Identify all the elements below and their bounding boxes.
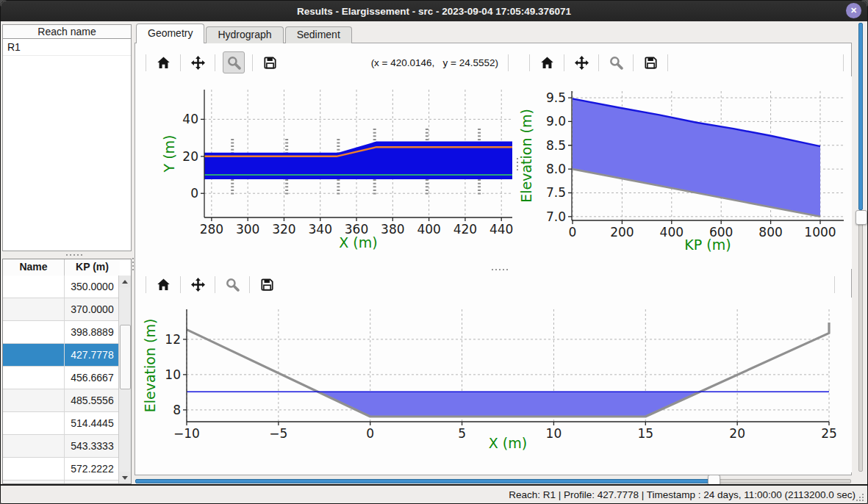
svg-text:40: 40: [182, 112, 198, 126]
kp-cell[interactable]: 398.8889: [65, 321, 120, 343]
close-button[interactable]: ✕: [846, 3, 861, 18]
svg-text:340: 340: [309, 222, 332, 237]
plan-view-plot[interactable]: 28030032034036038040042044002040X (m)Y (…: [136, 76, 516, 269]
kp-cell[interactable]: 572.2222: [65, 458, 120, 480]
svg-text:−10: −10: [173, 426, 200, 441]
tab-bar: GeometryHydrographSediment: [136, 24, 354, 43]
sidebar-splitter-handle[interactable]: [2, 252, 132, 258]
profile-row[interactable]: 572.2222: [3, 458, 120, 480]
name-cell[interactable]: [3, 412, 65, 434]
kp-cell[interactable]: 543.3333: [65, 435, 120, 457]
name-cell[interactable]: [3, 321, 65, 343]
save-button[interactable]: [257, 275, 276, 294]
name-cell[interactable]: [3, 276, 65, 298]
window-title: Results - Elargissement - src - 2023-09-…: [297, 6, 571, 17]
profile-row[interactable]: 485.5556: [3, 389, 120, 412]
size-grip[interactable]: [856, 493, 864, 502]
svg-text:KP (m): KP (m): [684, 237, 731, 253]
svg-text:0: 0: [190, 186, 198, 201]
profile-row[interactable]: 514.4445: [3, 412, 120, 435]
kp-cell[interactable]: 427.7778: [65, 344, 120, 366]
tab-hydrograph[interactable]: Hydrograph: [206, 26, 283, 43]
save-icon: [260, 278, 274, 292]
reach-item[interactable]: R1: [3, 39, 131, 56]
toolbar-separator: [633, 54, 634, 71]
scrollbar-thumb[interactable]: [120, 325, 131, 389]
kp-cell[interactable]: 350.0000: [65, 276, 120, 298]
scroll-up-button[interactable]: [119, 276, 130, 287]
vertical-slider-handle[interactable]: [856, 210, 867, 225]
svg-text:Y (m): Y (m): [161, 135, 177, 173]
svg-text:Elevation (m): Elevation (m): [142, 319, 158, 413]
longitudinal-profile-plot[interactable]: 020040060080010007.07.58.08.59.09.5KP (m…: [520, 76, 852, 269]
name-cell[interactable]: [3, 344, 65, 366]
scroll-down-button[interactable]: [119, 472, 130, 483]
profile-row[interactable]: 350.0000: [3, 276, 120, 298]
cursor-coordinates: (x = 420.0146, y = 24.5552): [371, 57, 503, 68]
toolbar-separator: [843, 54, 844, 71]
svg-text:420: 420: [453, 222, 477, 237]
name-cell[interactable]: [3, 367, 65, 389]
svg-text:280: 280: [200, 222, 223, 237]
magnifier-icon: [227, 56, 241, 70]
svg-text:1000: 1000: [804, 225, 836, 240]
svg-text:Elevation (m): Elevation (m): [520, 109, 534, 203]
profile-row[interactable]: 427.7778: [3, 344, 120, 367]
svg-text:20: 20: [729, 426, 745, 441]
toolbar-separator: [667, 54, 668, 71]
profile-table: Name KP (m) 350.0000370.0000398.8889427.…: [2, 259, 132, 484]
toolbar-separator: [508, 54, 509, 71]
save-button[interactable]: [260, 53, 279, 72]
profile-row[interactable]: 456.6667: [3, 367, 120, 389]
zoom-button[interactable]: [223, 275, 242, 294]
tab-geometry[interactable]: Geometry: [136, 24, 204, 43]
toolbar-separator: [598, 54, 599, 71]
tab-sediment[interactable]: Sediment: [285, 26, 352, 43]
titlebar[interactable]: Results - Elargissement - src - 2023-09-…: [1, 1, 867, 21]
save-button[interactable]: [641, 53, 660, 72]
profile-row[interactable]: 543.3333: [3, 435, 120, 458]
time-slider-filled-track[interactable]: [135, 479, 709, 483]
kp-cell[interactable]: 485.5556: [65, 389, 120, 411]
zoom-button[interactable]: [223, 51, 245, 73]
reach-name-header: Reach name: [2, 24, 132, 39]
svg-text:7.5: 7.5: [546, 185, 566, 200]
table-scrollbar[interactable]: [118, 276, 131, 483]
name-cell[interactable]: [3, 458, 65, 480]
home-button[interactable]: [154, 53, 173, 72]
rows-splitter-handle[interactable]: [480, 267, 505, 271]
reach-list[interactable]: R1: [2, 38, 132, 251]
pan-button[interactable]: [188, 53, 207, 72]
pan-icon: [575, 56, 589, 70]
zoom-button[interactable]: [606, 53, 625, 72]
name-cell[interactable]: [3, 389, 65, 411]
svg-text:25: 25: [821, 426, 837, 441]
vertical-slider-empty-track[interactable]: [858, 223, 863, 472]
name-cell[interactable]: [3, 435, 65, 457]
column-header-name[interactable]: Name: [3, 259, 65, 276]
svg-text:400: 400: [660, 225, 684, 240]
kp-cell[interactable]: 370.0000: [65, 298, 120, 320]
column-header-kp[interactable]: KP (m): [65, 259, 120, 276]
home-button[interactable]: [154, 275, 173, 294]
vertical-slider-filled-track[interactable]: [858, 23, 863, 210]
arrow-down-icon: [122, 476, 128, 480]
pan-button[interactable]: [188, 275, 207, 294]
profile-row[interactable]: 398.8889: [3, 321, 120, 344]
vertical-slider[interactable]: [855, 23, 867, 473]
svg-text:440: 440: [489, 222, 513, 237]
close-icon: ✕: [850, 7, 857, 15]
kp-cell[interactable]: 514.4445: [65, 412, 120, 434]
toolbar-separator: [180, 276, 181, 293]
svg-text:300: 300: [236, 222, 259, 237]
cross-section-plot[interactable]: −10−5051015202581012X (m)Elevation (m): [136, 298, 852, 472]
home-button[interactable]: [537, 53, 556, 72]
splitter-dots: [517, 158, 518, 159]
kp-cell[interactable]: 456.6667: [65, 367, 120, 389]
svg-text:10: 10: [165, 367, 181, 382]
plots-splitter-handle[interactable]: [515, 148, 519, 170]
pan-button[interactable]: [572, 53, 591, 72]
name-cell[interactable]: [3, 298, 65, 320]
profile-row[interactable]: 370.0000: [3, 298, 120, 321]
time-slider-empty-track[interactable]: [709, 479, 851, 483]
